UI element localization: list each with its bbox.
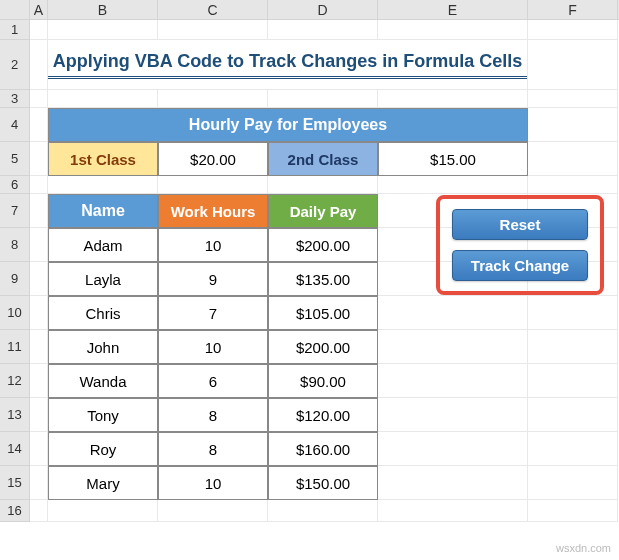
emp-pay-0[interactable]: $200.00 <box>268 228 378 262</box>
cell-A8[interactable] <box>30 228 48 262</box>
cell-A15[interactable] <box>30 466 48 500</box>
cell-E3[interactable] <box>378 90 528 108</box>
row-header-4[interactable]: 4 <box>0 108 30 142</box>
cell-D3[interactable] <box>268 90 378 108</box>
cell-F14[interactable] <box>528 432 618 466</box>
cell-F15[interactable] <box>528 466 618 500</box>
row-header-12[interactable]: 12 <box>0 364 30 398</box>
cell-A6[interactable] <box>30 176 48 194</box>
cell-A12[interactable] <box>30 364 48 398</box>
emp-pay-7[interactable]: $150.00 <box>268 466 378 500</box>
row-header-10[interactable]: 10 <box>0 296 30 330</box>
cell-B6[interactable] <box>48 176 158 194</box>
cell-A3[interactable] <box>30 90 48 108</box>
cell-C3[interactable] <box>158 90 268 108</box>
cell-E6[interactable] <box>378 176 528 194</box>
col-header-e[interactable]: E <box>378 0 528 19</box>
col-header-a[interactable]: A <box>30 0 48 19</box>
col-header-b[interactable]: B <box>48 0 158 19</box>
cell-E10[interactable] <box>378 296 528 330</box>
emp-name-4[interactable]: Wanda <box>48 364 158 398</box>
cell-E16[interactable] <box>378 500 528 522</box>
emp-hours-0[interactable]: 10 <box>158 228 268 262</box>
cell-E15[interactable] <box>378 466 528 500</box>
cell-B3[interactable] <box>48 90 158 108</box>
cell-E1[interactable] <box>378 20 528 40</box>
cell-D16[interactable] <box>268 500 378 522</box>
cell-C6[interactable] <box>158 176 268 194</box>
emp-hours-7[interactable]: 10 <box>158 466 268 500</box>
cell-F11[interactable] <box>528 330 618 364</box>
emp-name-7[interactable]: Mary <box>48 466 158 500</box>
emp-name-3[interactable]: John <box>48 330 158 364</box>
header-pay[interactable]: Daily Pay <box>268 194 378 228</box>
cell-E11[interactable] <box>378 330 528 364</box>
emp-name-2[interactable]: Chris <box>48 296 158 330</box>
header-name[interactable]: Name <box>48 194 158 228</box>
cell-A16[interactable] <box>30 500 48 522</box>
track-change-button[interactable]: Track Change <box>452 250 588 281</box>
emp-hours-3[interactable]: 10 <box>158 330 268 364</box>
emp-hours-6[interactable]: 8 <box>158 432 268 466</box>
class1-value[interactable]: $20.00 <box>158 142 268 176</box>
emp-pay-4[interactable]: $90.00 <box>268 364 378 398</box>
cell-E12[interactable] <box>378 364 528 398</box>
cell-F6[interactable] <box>528 176 618 194</box>
cell-F4[interactable] <box>528 108 618 142</box>
cell-F16[interactable] <box>528 500 618 522</box>
cell-D1[interactable] <box>268 20 378 40</box>
cell-F2[interactable] <box>528 40 618 90</box>
cell-A13[interactable] <box>30 398 48 432</box>
hourly-pay-header[interactable]: Hourly Pay for Employees <box>48 108 528 142</box>
class2-value[interactable]: $15.00 <box>378 142 528 176</box>
row-header-15[interactable]: 15 <box>0 466 30 500</box>
cell-A4[interactable] <box>30 108 48 142</box>
cell-A9[interactable] <box>30 262 48 296</box>
row-header-8[interactable]: 8 <box>0 228 30 262</box>
row-header-16[interactable]: 16 <box>0 500 30 522</box>
emp-pay-5[interactable]: $120.00 <box>268 398 378 432</box>
cell-D6[interactable] <box>268 176 378 194</box>
cell-F1[interactable] <box>528 20 618 40</box>
row-header-11[interactable]: 11 <box>0 330 30 364</box>
cell-A1[interactable] <box>30 20 48 40</box>
header-hours[interactable]: Work Hours <box>158 194 268 228</box>
class2-label[interactable]: 2nd Class <box>268 142 378 176</box>
cell-B1[interactable] <box>48 20 158 40</box>
emp-hours-4[interactable]: 6 <box>158 364 268 398</box>
emp-pay-2[interactable]: $105.00 <box>268 296 378 330</box>
emp-hours-5[interactable]: 8 <box>158 398 268 432</box>
row-header-5[interactable]: 5 <box>0 142 30 176</box>
emp-pay-3[interactable]: $200.00 <box>268 330 378 364</box>
col-header-f[interactable]: F <box>528 0 618 19</box>
class1-label[interactable]: 1st Class <box>48 142 158 176</box>
row-header-7[interactable]: 7 <box>0 194 30 228</box>
cell-A5[interactable] <box>30 142 48 176</box>
row-header-2[interactable]: 2 <box>0 40 30 90</box>
cell-C16[interactable] <box>158 500 268 522</box>
cell-E13[interactable] <box>378 398 528 432</box>
cell-F12[interactable] <box>528 364 618 398</box>
cell-F13[interactable] <box>528 398 618 432</box>
cell-A11[interactable] <box>30 330 48 364</box>
emp-name-5[interactable]: Tony <box>48 398 158 432</box>
cell-F3[interactable] <box>528 90 618 108</box>
cell-A7[interactable] <box>30 194 48 228</box>
cell-A10[interactable] <box>30 296 48 330</box>
row-header-3[interactable]: 3 <box>0 90 30 108</box>
select-all-corner[interactable] <box>0 0 30 19</box>
cell-E14[interactable] <box>378 432 528 466</box>
emp-pay-1[interactable]: $135.00 <box>268 262 378 296</box>
reset-button[interactable]: Reset <box>452 209 588 240</box>
emp-pay-6[interactable]: $160.00 <box>268 432 378 466</box>
row-header-6[interactable]: 6 <box>0 176 30 194</box>
cell-C1[interactable] <box>158 20 268 40</box>
col-header-c[interactable]: C <box>158 0 268 19</box>
row-header-13[interactable]: 13 <box>0 398 30 432</box>
emp-hours-1[interactable]: 9 <box>158 262 268 296</box>
emp-name-0[interactable]: Adam <box>48 228 158 262</box>
row-header-14[interactable]: 14 <box>0 432 30 466</box>
emp-name-1[interactable]: Layla <box>48 262 158 296</box>
row-header-1[interactable]: 1 <box>0 20 30 40</box>
cell-B2[interactable]: Applying VBA Code to Track Changes in Fo… <box>48 40 528 90</box>
